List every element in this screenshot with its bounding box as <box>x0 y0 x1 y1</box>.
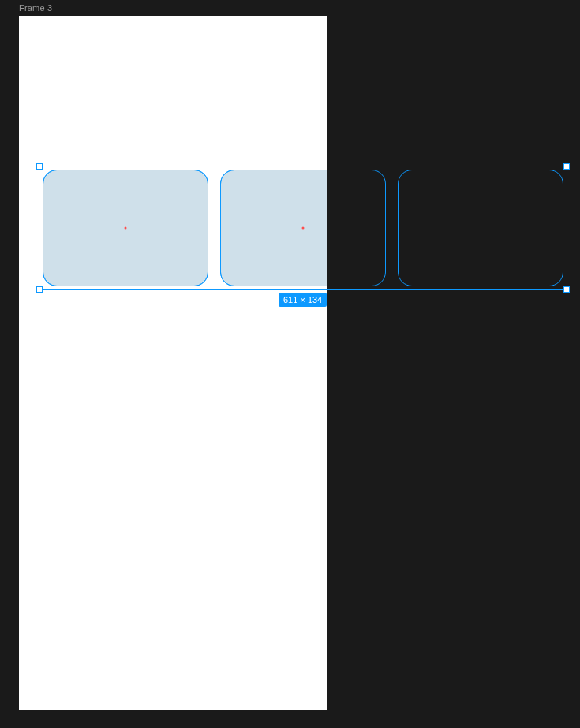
resize-handle-top-left[interactable] <box>36 163 43 170</box>
resize-handle-bottom-right[interactable] <box>563 286 570 293</box>
frame-label[interactable]: Frame 3 <box>19 3 52 13</box>
layer-rect-3[interactable] <box>398 170 563 286</box>
anchor-dot <box>302 227 305 230</box>
resize-handle-top-right[interactable] <box>563 163 570 170</box>
anchor-dot <box>125 227 127 230</box>
selection-size-badge: 611 × 134 <box>279 293 327 307</box>
frame-artboard[interactable] <box>19 16 327 710</box>
resize-handle-bottom-left[interactable] <box>36 286 43 293</box>
